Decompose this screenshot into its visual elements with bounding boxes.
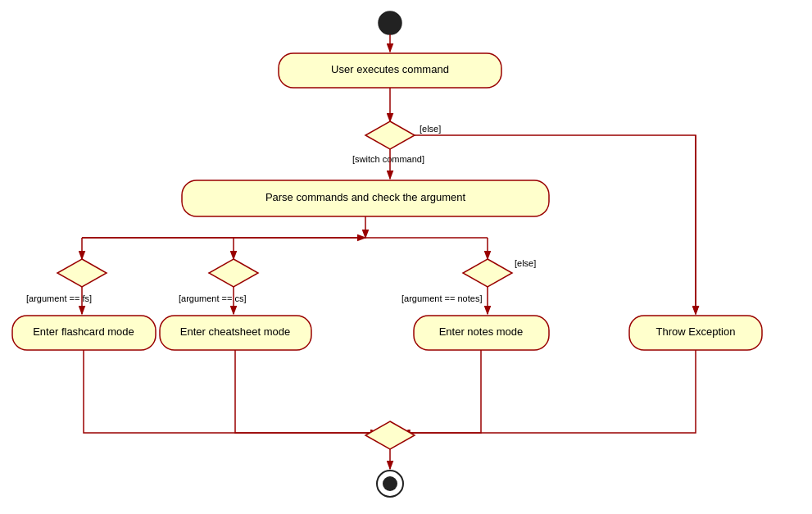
throw-exception-label: Throw Exception bbox=[656, 325, 736, 338]
end-inner bbox=[383, 476, 397, 491]
start-node bbox=[379, 11, 401, 34]
cheatsheet-label: Enter cheatsheet mode bbox=[180, 325, 290, 338]
decision-notes-diamond bbox=[463, 259, 512, 287]
decision-end-diamond bbox=[365, 421, 415, 449]
user-executes-label: User executes command bbox=[331, 63, 449, 75]
notes-label: Enter notes mode bbox=[439, 325, 524, 338]
diagram-container: User executes command [else] [switch com… bbox=[0, 0, 812, 514]
else-label2: [else] bbox=[515, 258, 536, 268]
argument-cs-label: [argument == cs] bbox=[179, 293, 247, 303]
flashcard-label: Enter flashcard mode bbox=[33, 325, 134, 338]
decision1-diamond bbox=[365, 121, 415, 149]
parse-commands-label: Parse commands and check the argument bbox=[265, 191, 466, 203]
argument-notes-label: [argument == notes] bbox=[401, 293, 482, 303]
switch-command-label: [switch command] bbox=[352, 154, 424, 164]
decision-cs-diamond bbox=[209, 259, 258, 287]
else-label1: [else] bbox=[420, 124, 441, 134]
decision-fs-diamond bbox=[57, 259, 107, 287]
